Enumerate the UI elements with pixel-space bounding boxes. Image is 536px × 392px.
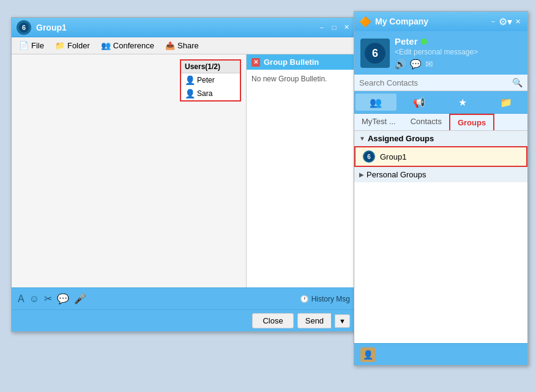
- profile-area: 6 Peter <Edit personal message> 🔊 💬 ✉: [354, 31, 527, 75]
- settings-gear-btn[interactable]: ⚙▾: [501, 17, 510, 26]
- left-minimize-btn[interactable]: −: [317, 23, 327, 32]
- user-peter-name: Peter: [197, 76, 215, 84]
- menu-share[interactable]: 📤 Share: [160, 39, 204, 53]
- bulletin-content: No new Group Bulletin.: [247, 70, 356, 287]
- left-menu-bar: 📄 File 📁 Folder 👥 Conference 📤 Share: [12, 37, 356, 54]
- right-titlebar: 🔶 My Company − ⚙▾ ✕: [354, 12, 527, 31]
- email-icon[interactable]: ✉: [425, 59, 433, 70]
- conference-icon: 👥: [101, 41, 111, 51]
- svg-text:6: 6: [22, 24, 26, 31]
- left-app-icon: 6: [17, 20, 31, 35]
- clock-icon: 🕐: [300, 295, 309, 303]
- bulletin-panel: ✕ Group Bulletin No new Group Bulletin.: [246, 54, 356, 287]
- menu-share-label: Share: [177, 41, 199, 50]
- user-sara: 👤 Sara: [181, 87, 240, 100]
- group1-icon: 6: [363, 150, 375, 163]
- left-content-area: Users(1/2) 👤 Peter 👤 Sara ✕ Group Bullet…: [12, 54, 356, 287]
- close-button[interactable]: Close: [252, 313, 293, 328]
- tab-icon-star[interactable]: ★: [442, 94, 483, 111]
- screen-icon[interactable]: 💬: [57, 293, 69, 305]
- search-icon[interactable]: 🔍: [512, 78, 523, 87]
- profile-info: Peter <Edit personal message> 🔊 💬 ✉: [395, 36, 521, 70]
- svg-text:6: 6: [372, 47, 378, 59]
- bulletin-close-icon[interactable]: ✕: [251, 58, 260, 67]
- menu-folder-label: Folder: [67, 41, 90, 50]
- users-header: Users(1/2): [181, 61, 240, 73]
- user-sara-avatar-icon: 👤: [185, 89, 195, 98]
- personal-chevron-right-icon: ▶: [359, 171, 364, 178]
- users-panel: Users(1/2) 👤 Peter 👤 Sara: [180, 59, 241, 102]
- bulletin-header-label: Group Bulletin: [264, 57, 319, 67]
- left-titlebar: 6 Group1 − □ ✕: [12, 18, 356, 37]
- tab-groups[interactable]: Groups: [449, 114, 494, 130]
- scissors-icon[interactable]: ✂: [44, 293, 52, 305]
- user-peter-avatar-icon: 👤: [185, 75, 195, 85]
- right-bottom-bar: 👤: [354, 343, 527, 365]
- left-window-controls: − □ ✕: [317, 23, 351, 32]
- tab-contacts[interactable]: Contacts: [403, 114, 449, 130]
- tab-icon-users[interactable]: 👥: [355, 94, 396, 111]
- send-dropdown-btn[interactable]: ▼: [335, 314, 350, 328]
- online-status-dot: [421, 39, 427, 45]
- company-icon: 🔶: [359, 16, 370, 27]
- search-bar: 🔍: [354, 75, 527, 91]
- menu-file-label: File: [31, 41, 44, 50]
- tab-mytest[interactable]: MyTest ...: [354, 114, 403, 130]
- right-minimize-btn[interactable]: −: [488, 17, 498, 26]
- company-title: My Company: [375, 17, 483, 26]
- left-window-title: Group1: [36, 23, 317, 32]
- tab-icon-folder[interactable]: 📁: [485, 94, 526, 111]
- profile-username: Peter: [395, 36, 418, 46]
- sub-tabs-row: MyTest ... Contacts Groups: [354, 114, 527, 131]
- left-maximize-btn[interactable]: □: [329, 23, 339, 32]
- emoji-icon[interactable]: ☺: [29, 294, 39, 305]
- folder-icon: 📁: [55, 41, 65, 51]
- profile-avatar: 6: [360, 39, 390, 68]
- profile-name-row: Peter: [395, 36, 521, 46]
- left-chat-window: 6 Group1 − □ ✕ 📄 File 📁 Folder 👥 Confere…: [11, 17, 357, 332]
- left-close-btn[interactable]: ✕: [341, 23, 351, 32]
- chat-icon[interactable]: 💬: [410, 59, 422, 70]
- history-msg-btn[interactable]: 🕐 History Msg: [300, 295, 350, 303]
- assigned-groups-label: Assigned Groups: [368, 134, 434, 143]
- profile-icons-row: 🔊 💬 ✉: [395, 59, 521, 70]
- search-input[interactable]: [359, 78, 508, 87]
- share-icon: 📤: [165, 41, 175, 51]
- profile-status-msg[interactable]: <Edit personal message>: [395, 48, 521, 56]
- speaker-icon[interactable]: 🔊: [395, 59, 406, 70]
- user-sara-name: Sara: [197, 89, 212, 98]
- left-action-bar: Close Send ▼: [12, 309, 356, 331]
- right-close-btn[interactable]: ✕: [513, 17, 523, 26]
- menu-conference-label: Conference: [113, 41, 154, 50]
- assigned-chevron-down-icon: ▼: [359, 135, 365, 142]
- right-panel-window: 🔶 My Company − ⚙▾ ✕ 6 Peter <Edit person…: [354, 11, 528, 366]
- tab-icons-row: 👥 📢 ★ 📁: [354, 91, 527, 114]
- bulletin-text: No new Group Bulletin.: [251, 75, 327, 83]
- file-icon: 📄: [19, 41, 29, 51]
- font-icon[interactable]: A: [18, 294, 24, 305]
- personal-groups-header[interactable]: ▶ Personal Groups: [354, 167, 527, 182]
- user-peter: 👤 Peter: [181, 73, 240, 87]
- mic-icon[interactable]: 🎤: [74, 293, 86, 305]
- chat-area: Users(1/2) 👤 Peter 👤 Sara: [12, 54, 246, 287]
- menu-folder[interactable]: 📁 Folder: [50, 39, 95, 53]
- group1-label: Group1: [380, 152, 406, 161]
- history-msg-label: History Msg: [311, 295, 350, 303]
- group-item-group1[interactable]: 6 Group1: [354, 146, 527, 167]
- svg-text:6: 6: [367, 153, 371, 160]
- send-button[interactable]: Send: [297, 313, 331, 328]
- bottom-user-icon[interactable]: 👤: [360, 347, 375, 362]
- menu-file[interactable]: 📄 File: [14, 39, 49, 53]
- right-window-controls: − ⚙▾ ✕: [488, 17, 523, 26]
- bulletin-header: ✕ Group Bulletin: [247, 54, 356, 70]
- personal-groups-label: Personal Groups: [367, 170, 426, 179]
- assigned-groups-header[interactable]: ▼ Assigned Groups: [354, 131, 527, 146]
- left-bottom-toolbar: A ☺ ✂ 💬 🎤 🕐 History Msg: [12, 287, 356, 309]
- groups-panel: ▼ Assigned Groups 6 Group1 ▶ Personal Gr…: [354, 131, 527, 343]
- tab-icon-megaphone[interactable]: 📢: [399, 94, 440, 111]
- menu-conference[interactable]: 👥 Conference: [96, 39, 159, 53]
